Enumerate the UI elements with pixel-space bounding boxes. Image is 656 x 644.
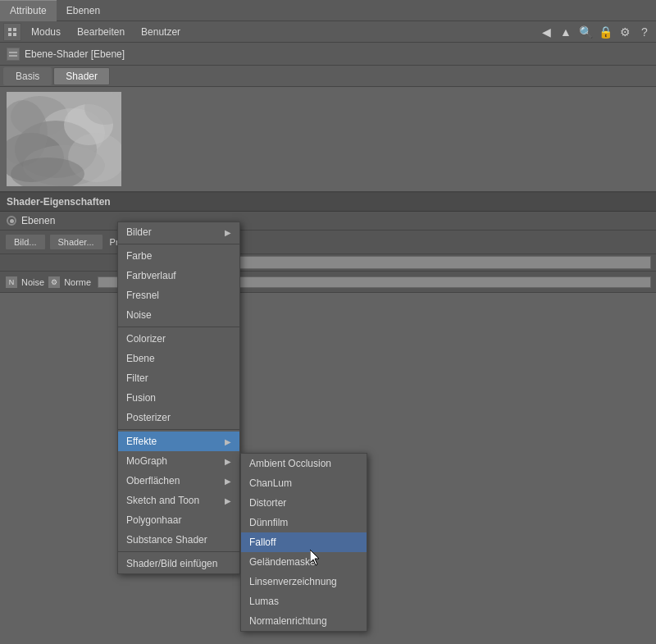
ctx-substance[interactable]: Substance Shader bbox=[118, 530, 239, 550]
shader-preview bbox=[7, 92, 121, 186]
eff-distorter[interactable]: Distorter bbox=[241, 493, 367, 513]
triangle-left-icon[interactable]: ◀ bbox=[538, 24, 554, 40]
eff-lumas[interactable]: Lumas bbox=[241, 591, 367, 611]
eff-linsenverzeichnung[interactable]: Linsenverzeichnung bbox=[241, 572, 367, 591]
ctx-posterizer[interactable]: Posterizer bbox=[118, 408, 239, 427]
eff-falloff[interactable]: Falloff bbox=[241, 532, 367, 552]
ctx-farbverlauf[interactable]: Farbverlauf bbox=[118, 266, 239, 285]
ctx-filter[interactable]: Filter bbox=[118, 368, 239, 388]
ctx-fusion[interactable]: Fusion bbox=[118, 388, 239, 408]
settings-icon[interactable]: ⚙ bbox=[617, 24, 633, 40]
toolbar-row: Bild... Shader... Preset laden ▶ Löschen bbox=[0, 231, 656, 254]
eff-geländemaske[interactable]: Geländemaske bbox=[241, 552, 367, 572]
menu-bar: Modus Bearbeiten Benutzer ◀ ▲ 🔍 🔒 ⚙ ? bbox=[0, 21, 656, 43]
svg-rect-4 bbox=[7, 48, 19, 60]
menu-right-icons: ◀ ▲ 🔍 🔒 ⚙ ? bbox=[538, 24, 653, 40]
shader-context-menu: Bilder ▶ Farbe Farbverlauf Fresnel Noise… bbox=[117, 222, 240, 574]
bild-button[interactable]: Bild... bbox=[5, 234, 46, 250]
effekte-submenu: Ambient Occlusion ChanLum Distorter Dünn… bbox=[240, 453, 367, 632]
search-icon[interactable]: 🔍 bbox=[577, 24, 594, 40]
properties-section: Shader-Eigenschaften Ebenen Bild... Shad… bbox=[0, 191, 656, 293]
sub-tabs: Basis Shader bbox=[0, 66, 656, 87]
ctx-bilder[interactable]: Bilder ▶ bbox=[118, 222, 239, 242]
ctx-shader-bild[interactable]: Shader/Bild einfügen bbox=[118, 554, 239, 573]
eff-ambient-occlusion[interactable]: Ambient Occlusion bbox=[241, 454, 367, 473]
shader-header: Ebene-Shader [Ebene] bbox=[0, 43, 656, 66]
ctx-polygonhaar[interactable]: Polygonhaar bbox=[118, 510, 239, 530]
shader-title: Ebene-Shader [Ebene] bbox=[25, 48, 125, 60]
divider-3 bbox=[118, 429, 239, 430]
noise-label: Noise bbox=[21, 277, 44, 287]
svg-rect-0 bbox=[8, 28, 11, 31]
ebene-row: Ebenen bbox=[0, 212, 656, 231]
eff-chanlum[interactable]: ChanLum bbox=[241, 473, 367, 493]
ctx-mograph[interactable]: MoGraph ▶ bbox=[118, 451, 239, 471]
ctx-oberflachen[interactable]: Oberflächen ▶ bbox=[118, 471, 239, 491]
properties-title: Shader-Eigenschaften bbox=[0, 193, 656, 212]
ctx-colorizer[interactable]: Colorizer bbox=[118, 329, 239, 349]
noise-settings-icon[interactable]: ⚙ bbox=[48, 276, 61, 289]
tab-basis[interactable]: Basis bbox=[3, 67, 52, 85]
grid-icon[interactable] bbox=[3, 23, 21, 41]
sketch-toon-arrow: ▶ bbox=[225, 496, 231, 505]
top-tab-bar: Attribute Ebenen bbox=[0, 0, 656, 21]
svg-rect-2 bbox=[8, 33, 11, 36]
ebene-label: Ebenen bbox=[21, 215, 55, 226]
menu-modus[interactable]: Modus bbox=[25, 23, 67, 41]
preset-color-bar bbox=[215, 256, 651, 269]
menu-bearbeiten[interactable]: Bearbeiten bbox=[71, 23, 131, 41]
svg-rect-3 bbox=[13, 33, 16, 36]
mograph-arrow: ▶ bbox=[225, 457, 231, 466]
ctx-ebene[interactable]: Ebene bbox=[118, 349, 239, 368]
divider-4 bbox=[118, 551, 239, 552]
divider-1 bbox=[118, 244, 239, 244]
tab-ebenen[interactable]: Ebenen bbox=[57, 0, 110, 21]
ctx-fresnel[interactable]: Fresnel bbox=[118, 285, 239, 305]
eff-normalenrichtung[interactable]: Normalenrichtung bbox=[241, 611, 367, 631]
svg-rect-1 bbox=[13, 28, 16, 31]
menu-benutzer[interactable]: Benutzer bbox=[134, 23, 187, 41]
ctx-sketch-toon[interactable]: Sketch and Toon ▶ bbox=[118, 491, 239, 510]
lock-icon[interactable]: 🔒 bbox=[597, 24, 613, 40]
ctx-farbe[interactable]: Farbe bbox=[118, 246, 239, 266]
help-icon[interactable]: ? bbox=[636, 24, 653, 40]
oberflachen-arrow: ▶ bbox=[225, 477, 231, 486]
norme-label: Norme bbox=[64, 277, 91, 287]
tab-attribute[interactable]: Attribute bbox=[0, 0, 57, 21]
divider-2 bbox=[118, 327, 239, 327]
svg-rect-6 bbox=[9, 55, 17, 57]
triangle-right-icon[interactable]: ▲ bbox=[558, 24, 574, 40]
shader-button[interactable]: Shader... bbox=[49, 234, 103, 250]
eff-dünnfilm[interactable]: Dünnfilm bbox=[241, 513, 367, 532]
ctx-noise[interactable]: Noise bbox=[118, 305, 239, 325]
layer-row: N Noise ⚙ Norme bbox=[0, 272, 656, 293]
ebene-radio[interactable] bbox=[7, 216, 16, 226]
bilder-arrow: ▶ bbox=[225, 228, 231, 237]
ctx-effekte[interactable]: Effekte ▶ bbox=[118, 432, 239, 451]
ebene-shader-icon bbox=[7, 48, 20, 61]
effekte-arrow: ▶ bbox=[225, 437, 231, 446]
tab-shader[interactable]: Shader bbox=[53, 67, 110, 85]
noise-icon: N bbox=[5, 276, 18, 289]
svg-rect-5 bbox=[9, 52, 17, 53]
